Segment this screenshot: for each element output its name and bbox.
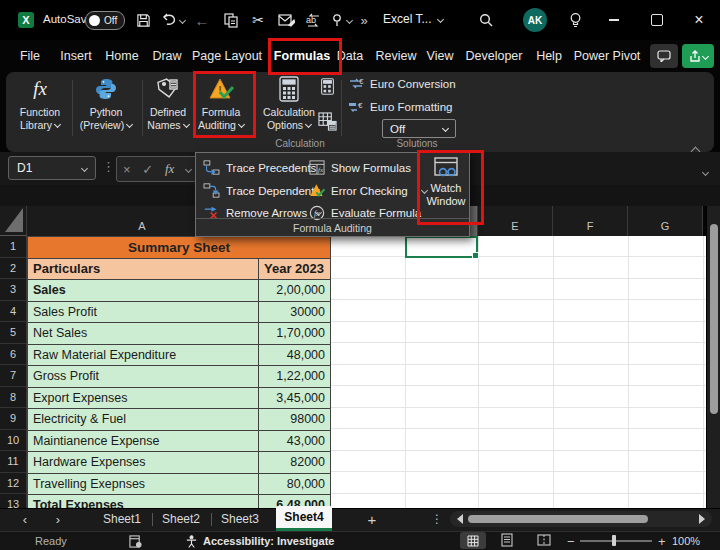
horizontal-scrollbar[interactable] bbox=[450, 511, 712, 527]
table-row[interactable]: Net Sales1,70,000 bbox=[28, 323, 331, 345]
function-library-button[interactable]: fx Function Library bbox=[11, 75, 69, 132]
sheet-options-dots[interactable]: ⋮ bbox=[431, 508, 443, 531]
row-header[interactable]: 11 bbox=[0, 451, 26, 473]
menu-tab-page-layout[interactable]: Page Layout bbox=[192, 40, 262, 72]
table-row[interactable]: Hardware Expenses82000 bbox=[28, 452, 331, 474]
calculate-now-button[interactable] bbox=[320, 78, 335, 99]
vertical-scrollbar-thumb[interactable] bbox=[710, 224, 718, 414]
comments-button[interactable] bbox=[650, 44, 678, 68]
zoom-in-button[interactable]: + bbox=[658, 534, 666, 549]
menu-tab-formulas[interactable]: Formulas bbox=[274, 40, 330, 72]
select-all-corner[interactable] bbox=[0, 206, 27, 236]
trace-dependents-item[interactable]: Trace Dependents bbox=[203, 183, 320, 198]
autosave-toggle[interactable]: Off bbox=[85, 11, 125, 30]
copy-icon[interactable] bbox=[222, 9, 240, 31]
menu-tab-insert[interactable]: Insert bbox=[60, 40, 91, 72]
row-header[interactable]: 2 bbox=[0, 258, 26, 280]
row-header[interactable]: 1 bbox=[0, 236, 26, 258]
python-preview-button[interactable]: Python (Preview) bbox=[74, 75, 138, 132]
table-row[interactable]: Maintianence Expense43,000 bbox=[28, 431, 331, 453]
zoom-level[interactable]: 100% bbox=[672, 535, 700, 547]
menu-tab-data[interactable]: Data bbox=[337, 40, 363, 72]
maximize-button[interactable] bbox=[648, 9, 666, 31]
translate-icon[interactable]: ab bbox=[303, 9, 323, 31]
table-row[interactable]: Raw Material Expenditure48,000 bbox=[28, 345, 331, 367]
defined-names-button[interactable]: Defined Names bbox=[140, 75, 196, 132]
enter-entry-icon[interactable]: ✓ bbox=[142, 162, 153, 177]
calculate-sheet-button[interactable] bbox=[318, 112, 337, 135]
expand-formula-bar[interactable] bbox=[700, 163, 708, 181]
zoom-out-button[interactable]: − bbox=[567, 534, 575, 549]
column-header-g[interactable]: G bbox=[628, 206, 703, 236]
name-box[interactable]: D1 bbox=[8, 156, 96, 180]
table-row[interactable]: Sales2,00,000 bbox=[28, 280, 331, 302]
row-header[interactable]: 7 bbox=[0, 365, 26, 387]
lightbulb-icon[interactable] bbox=[566, 9, 584, 31]
insert-function-icon[interactable]: fx bbox=[165, 161, 174, 177]
euro-formatting-button[interactable]: € Euro Formatting bbox=[348, 100, 452, 113]
row-header[interactable]: 3 bbox=[0, 279, 26, 301]
solutions-dropdown[interactable]: Off bbox=[382, 119, 456, 138]
column-header-f[interactable]: F bbox=[553, 206, 628, 236]
trace-precedents-item[interactable]: Trace Precedents bbox=[203, 160, 316, 175]
table-row[interactable]: Electricity & Fuel98000 bbox=[28, 409, 331, 431]
table-row[interactable]: Gross Profit1,22,000 bbox=[28, 366, 331, 388]
page-break-view-button[interactable] bbox=[537, 533, 551, 550]
calculation-options-button[interactable]: Calculation Options bbox=[258, 75, 320, 132]
horizontal-scrollbar-thumb[interactable] bbox=[468, 515, 648, 523]
macro-record-button[interactable] bbox=[129, 534, 142, 550]
sheet-tab-sheet3[interactable]: Sheet3 bbox=[221, 508, 259, 531]
menu-tab-draw[interactable]: Draw bbox=[152, 40, 181, 72]
status-accessibility[interactable]: Accessibility: Investigate bbox=[203, 535, 334, 547]
save-icon[interactable] bbox=[134, 9, 152, 31]
menu-tab-developer[interactable]: Developer bbox=[466, 40, 523, 72]
sheet-tab-sheet1[interactable]: Sheet1 bbox=[103, 508, 141, 531]
search-icon[interactable] bbox=[477, 9, 495, 31]
row-header[interactable]: 10 bbox=[0, 430, 26, 452]
table-row[interactable]: Export Expenses3,45,000 bbox=[28, 388, 331, 410]
sheet-nav-left[interactable]: ‹ bbox=[23, 508, 27, 531]
menu-tab-review[interactable]: Review bbox=[376, 40, 417, 72]
row-header[interactable]: 13 bbox=[0, 494, 26, 508]
vertical-scrollbar[interactable] bbox=[706, 206, 720, 508]
touch-mode-button[interactable] bbox=[328, 9, 354, 31]
row-header[interactable]: 4 bbox=[0, 301, 26, 323]
hscroll-right-arrow[interactable] bbox=[699, 514, 705, 524]
normal-view-button[interactable] bbox=[460, 532, 486, 549]
menu-tab-view[interactable]: View bbox=[427, 40, 454, 72]
close-button[interactable]: × bbox=[690, 9, 708, 31]
watch-window-button[interactable]: Watch Window bbox=[423, 156, 469, 216]
menu-tab-home[interactable]: Home bbox=[105, 40, 138, 72]
table-row[interactable]: Travelling Exepnses80,000 bbox=[28, 474, 331, 496]
page-layout-view-button[interactable] bbox=[500, 533, 514, 550]
formula-options-chevron[interactable] bbox=[185, 165, 192, 172]
row-header[interactable]: 12 bbox=[0, 473, 26, 495]
grid-canvas[interactable]: Summary Sheet Particulars Year 2023 Sale… bbox=[27, 236, 706, 508]
zoom-slider-thumb[interactable] bbox=[612, 535, 616, 546]
formula-auditing-button[interactable]: ! Formula Auditing bbox=[194, 75, 248, 132]
error-checking-item[interactable]: Error Checking bbox=[309, 183, 427, 198]
row-header[interactable]: 6 bbox=[0, 344, 26, 366]
minimize-button[interactable] bbox=[605, 9, 623, 31]
undo-button[interactable] bbox=[160, 9, 186, 31]
table-title-row[interactable]: Summary Sheet bbox=[28, 237, 331, 259]
new-sheet-button[interactable]: + bbox=[368, 508, 377, 531]
cancel-entry-icon[interactable]: × bbox=[123, 162, 131, 177]
menu-tab-file[interactable]: File bbox=[20, 40, 40, 72]
row-header[interactable]: 5 bbox=[0, 322, 26, 344]
table-row[interactable]: Sales Profit30000 bbox=[28, 302, 331, 324]
document-title[interactable]: Excel T... bbox=[383, 12, 443, 26]
euro-conversion-button[interactable]: € Euro Conversion bbox=[348, 77, 456, 90]
share-button[interactable] bbox=[682, 44, 714, 68]
more-commands-icon[interactable]: » bbox=[356, 9, 372, 31]
hscroll-left-arrow[interactable] bbox=[457, 514, 463, 524]
sheet-nav-right[interactable]: › bbox=[56, 508, 60, 531]
share-mail-icon[interactable] bbox=[275, 9, 297, 31]
show-formulas-item[interactable]: fx Show Formulas bbox=[309, 160, 411, 175]
row-header[interactable]: 9 bbox=[0, 408, 26, 430]
fill-handle[interactable] bbox=[472, 252, 479, 259]
row-header[interactable]: 8 bbox=[0, 387, 26, 409]
menu-tab-power-pivot[interactable]: Power Pivot bbox=[574, 40, 641, 72]
menu-tab-help[interactable]: Help bbox=[536, 40, 562, 72]
sheet-tab-sheet2[interactable]: Sheet2 bbox=[162, 508, 200, 531]
